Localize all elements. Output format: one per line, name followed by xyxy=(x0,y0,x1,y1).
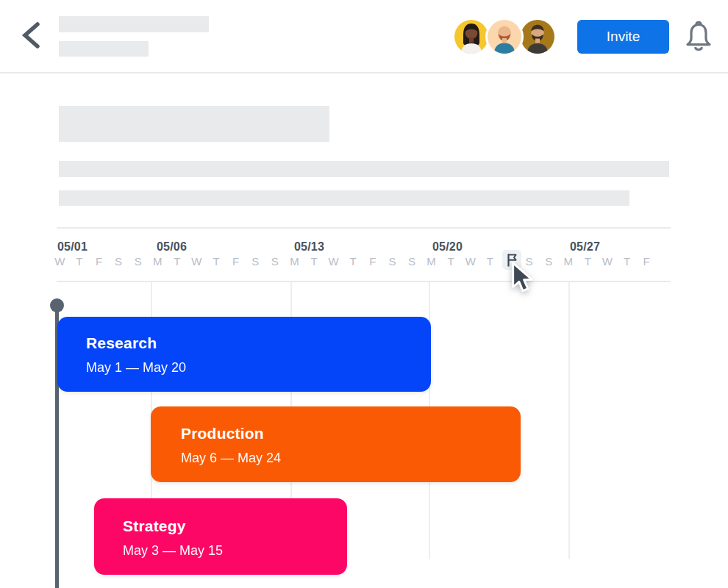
task-title: Strategy xyxy=(123,517,347,535)
avatar-bald-man-illustration xyxy=(488,20,521,54)
day-letter: S xyxy=(265,255,285,268)
start-date-marker-dot xyxy=(50,298,64,312)
day-letter: F xyxy=(226,255,246,268)
task-bar-production[interactable]: Production May 6 — May 24 xyxy=(151,406,521,482)
day-letter: F xyxy=(89,255,109,268)
week-label: 05/06 xyxy=(157,240,187,254)
task-bar-research[interactable]: Research May 1 — May 20 xyxy=(57,317,431,392)
title-placeholder xyxy=(59,16,209,32)
day-letter: T xyxy=(168,255,188,268)
timeline-top-rule xyxy=(57,227,671,229)
doc-text-placeholder xyxy=(59,190,629,206)
day-letter-row: W T F S S M T W T F S S M T W T F S S M … xyxy=(50,255,656,268)
day-letter: F xyxy=(637,255,657,268)
day-letter: T xyxy=(207,255,226,268)
notifications-button[interactable] xyxy=(682,20,715,54)
day-letter: S xyxy=(128,255,148,268)
back-button[interactable] xyxy=(19,21,43,51)
week-label: 05/01 xyxy=(57,240,88,254)
day-letter: S xyxy=(382,255,402,268)
day-letter: W xyxy=(598,255,618,268)
task-title: Research xyxy=(86,334,431,352)
task-bar-strategy[interactable]: Strategy May 3 — May 15 xyxy=(94,498,347,575)
day-letter: T xyxy=(304,255,324,268)
doc-heading-placeholder xyxy=(59,106,329,142)
avatar-bald-man-peach[interactable] xyxy=(488,20,521,54)
avatar-woman-yellow[interactable] xyxy=(454,20,488,54)
header-bar: Invite xyxy=(0,0,728,74)
day-letter: S xyxy=(519,255,539,268)
day-letter: M xyxy=(148,255,168,268)
task-date-range: May 6 — May 24 xyxy=(181,451,521,466)
timeline-axis-rule xyxy=(57,281,671,282)
day-letter: W xyxy=(187,255,207,268)
day-letter: M xyxy=(285,255,304,268)
day-letter: T xyxy=(343,255,363,268)
day-letter: W xyxy=(460,255,480,268)
day-letter: W xyxy=(324,255,343,268)
subtitle-placeholder xyxy=(59,41,149,57)
day-letter: T xyxy=(617,255,637,268)
day-letter: T xyxy=(70,255,90,268)
day-letter: W xyxy=(50,255,70,268)
week-label: 05/13 xyxy=(294,240,324,254)
day-letter: M xyxy=(421,255,441,268)
day-letter: S xyxy=(539,255,559,268)
task-title: Production xyxy=(181,425,521,442)
chevron-left-icon xyxy=(21,21,41,49)
week-gridline xyxy=(568,282,570,559)
doc-text-placeholder xyxy=(59,161,669,177)
task-date-range: May 1 — May 20 xyxy=(86,360,431,376)
avatar-bearded-man-illustration xyxy=(521,20,554,54)
bell-icon xyxy=(684,20,713,52)
avatar-bearded-man-gold[interactable] xyxy=(521,20,554,54)
task-date-range: May 3 — May 15 xyxy=(123,543,347,559)
invite-button[interactable]: Invite xyxy=(577,20,669,54)
week-label: 05/20 xyxy=(432,240,463,254)
day-letter: S xyxy=(246,255,265,268)
avatar-woman-illustration xyxy=(454,20,488,54)
day-letter: T xyxy=(441,255,461,268)
milestone-flag-button[interactable] xyxy=(502,250,521,270)
project-timeline-app: Invite 05/01 05/06 05/13 05/20 05/27 W T… xyxy=(0,0,728,588)
day-letter: F xyxy=(363,255,383,268)
day-letter: T xyxy=(480,255,500,268)
day-letter: M xyxy=(558,255,578,268)
flag-icon xyxy=(505,253,519,268)
day-letter: S xyxy=(109,255,129,268)
week-label: 05/27 xyxy=(570,240,600,254)
day-letter: S xyxy=(402,255,422,268)
day-letter: T xyxy=(578,255,598,268)
